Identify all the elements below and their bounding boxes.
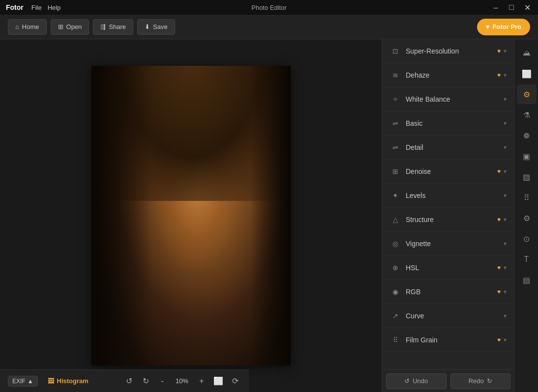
histogram-icon: 🖼 (48, 377, 54, 385)
blob-icon-symbol: ❁ (523, 131, 530, 140)
zoom-level: 10% (173, 377, 191, 385)
chevron-down-icon: ▾ (504, 240, 507, 247)
flask-icon-symbol: ⚗ (523, 111, 530, 120)
fotor-pro-button[interactable]: ♥ Fotor Pro (477, 19, 530, 35)
panel-item-vignette[interactable]: ◎ Vignette ▾ (382, 232, 514, 256)
panel-item-levels[interactable]: ✦ Levels ▾ (382, 184, 514, 208)
blob-icon[interactable]: ❁ (517, 126, 537, 145)
crop-icon-symbol: ⬜ (522, 69, 532, 79)
text-icon[interactable]: T (517, 250, 537, 269)
app-name: Fotor (6, 3, 24, 11)
panel-item-structure[interactable]: △ Structure ♥ ▾ (382, 208, 514, 232)
history-icon[interactable]: ⟳ (229, 376, 241, 386)
panel-item-curve[interactable]: ↗ Curve ▾ (382, 304, 514, 328)
canvas-area: EXIF ▲ 🖼 Histogram ↺ ↻ - 10% + ⬜ ⟳ (0, 39, 382, 392)
undo-icon: ↺ (404, 377, 410, 385)
detail-icon: ⇌ (390, 143, 401, 151)
structure-icon: △ (390, 216, 401, 224)
panel-item-basic[interactable]: ⇌ Basic ▾ (382, 112, 514, 136)
chevron-down-icon: ▾ (504, 264, 507, 271)
right-panel: ⊡ Super-Resolution ♥ ▾ ≋ Dehaze ♥ ▾ ✧ Wh… (382, 39, 514, 392)
window-title: Photo Editor (251, 4, 287, 11)
basic-label: Basic (406, 119, 504, 127)
chevron-down-icon: ▾ (504, 288, 507, 295)
home-button[interactable]: ⌂ Home (8, 19, 47, 35)
panel-item-rgb[interactable]: ◉ RGB ♥ ▾ (382, 280, 514, 304)
bottom-controls: ↺ ↻ - 10% + ⬜ ⟳ (123, 376, 241, 386)
share-icon: ⇶ (100, 23, 106, 30)
curve-icon: ↗ (390, 312, 401, 320)
film-grain-icon: ⠿ (390, 336, 401, 344)
frame-icon[interactable]: ▣ (517, 146, 537, 166)
panel-item-detail[interactable]: ⇌ Detail ▾ (382, 136, 514, 160)
photo-shadow-right (251, 66, 291, 365)
landscape-icon[interactable]: ⛰ (517, 43, 537, 63)
undo-bottom-icon[interactable]: ↺ (123, 376, 135, 386)
chevron-down-icon: ▾ (504, 336, 507, 343)
target-icon-symbol: ⊙ (523, 234, 530, 244)
denoise-label: Denoise (406, 168, 497, 175)
white-balance-icon: ✧ (390, 95, 401, 103)
adjust-icon-symbol: ⚙ (523, 90, 530, 99)
histogram-button[interactable]: 🖼 Histogram (48, 377, 89, 385)
pro-badge: ♥ (497, 288, 501, 295)
layers-icon[interactable]: ▤ (517, 270, 537, 290)
hsl-icon: ⊕ (390, 264, 401, 272)
undo-button[interactable]: ↺ Undo (386, 373, 447, 389)
texture-icon[interactable]: ▨ (517, 167, 537, 187)
toolbar: ⌂ Home ⊞ Open ⇶ Share ⬇ Save ♥ Fotor Pro (0, 15, 538, 39)
adjust-icon[interactable]: ⚙ (517, 84, 537, 104)
share-button[interactable]: ⇶ Share (93, 19, 133, 35)
menu-help[interactable]: Help (48, 4, 61, 11)
redo-button[interactable]: Redo ↻ (450, 373, 511, 389)
flask-icon[interactable]: ⚗ (517, 105, 537, 125)
zoom-in-icon[interactable]: + (196, 377, 208, 386)
dots-icon[interactable]: ⠿ (517, 188, 537, 207)
pro-badge: ♥ (497, 216, 501, 223)
dehaze-icon: ≋ (390, 71, 401, 79)
titlebar-menu: File Help (31, 4, 61, 11)
heart-icon: ♥ (486, 23, 490, 30)
rgb-icon: ◉ (390, 288, 401, 296)
home-icon: ⌂ (15, 23, 19, 30)
panel-item-hsl[interactable]: ⊕ HSL ♥ ▾ (382, 256, 514, 280)
chevron-up-icon: ▲ (28, 378, 33, 385)
chevron-down-icon: ▾ (504, 96, 507, 103)
exif-button[interactable]: EXIF ▲ (8, 376, 38, 387)
pro-badge: ♥ (497, 168, 501, 175)
chevron-down-icon: ▾ (504, 48, 507, 55)
redo-bottom-icon[interactable]: ↻ (140, 376, 151, 386)
dots-icon-symbol: ⠿ (524, 193, 530, 202)
main-area: EXIF ▲ 🖼 Histogram ↺ ↻ - 10% + ⬜ ⟳ ⊡ Sup… (0, 39, 538, 392)
pro-badge: ♥ (497, 48, 501, 55)
close-button[interactable]: ✕ (522, 3, 532, 12)
pro-badge: ♥ (497, 336, 501, 343)
icon-sidebar: ⛰⬜⚙⚗❁▣▨⠿⚙⊙T▤ (514, 39, 538, 392)
maximize-button[interactable]: □ (507, 3, 516, 12)
save-icon: ⬇ (145, 23, 150, 30)
target-icon[interactable]: ⊙ (517, 229, 537, 249)
panel-item-denoise[interactable]: ⊞ Denoise ♥ ▾ (382, 160, 514, 184)
open-button[interactable]: ⊞ Open (51, 19, 90, 35)
panel-item-dehaze[interactable]: ≋ Dehaze ♥ ▾ (382, 63, 514, 87)
layers-icon-symbol: ▤ (523, 276, 530, 285)
pro-badge: ♥ (497, 72, 501, 79)
panel-item-film-grain[interactable]: ⠿ Film Grain ♥ ▾ (382, 328, 514, 352)
save-button[interactable]: ⬇ Save (137, 19, 175, 35)
minimize-button[interactable]: ‒ (491, 3, 501, 12)
settings-icon[interactable]: ⚙ (517, 208, 537, 228)
zoom-out-icon[interactable]: - (156, 377, 168, 386)
crop-icon[interactable]: ⬜ (517, 64, 537, 84)
super-resolution-label: Super-Resolution (406, 47, 497, 55)
structure-label: Structure (406, 216, 497, 224)
chevron-down-icon: ▾ (504, 144, 507, 151)
photo-background (91, 66, 291, 365)
film-grain-label: Film Grain (406, 336, 497, 344)
panel-item-super-resolution[interactable]: ⊡ Super-Resolution ♥ ▾ (382, 39, 514, 63)
fit-screen-icon[interactable]: ⬜ (212, 376, 224, 386)
chevron-down-icon: ▾ (504, 312, 507, 319)
frame-icon-symbol: ▣ (523, 152, 530, 161)
settings-icon-symbol: ⚙ (523, 214, 530, 223)
panel-item-white-balance[interactable]: ✧ White Balance ▾ (382, 87, 514, 112)
menu-file[interactable]: File (31, 4, 42, 11)
